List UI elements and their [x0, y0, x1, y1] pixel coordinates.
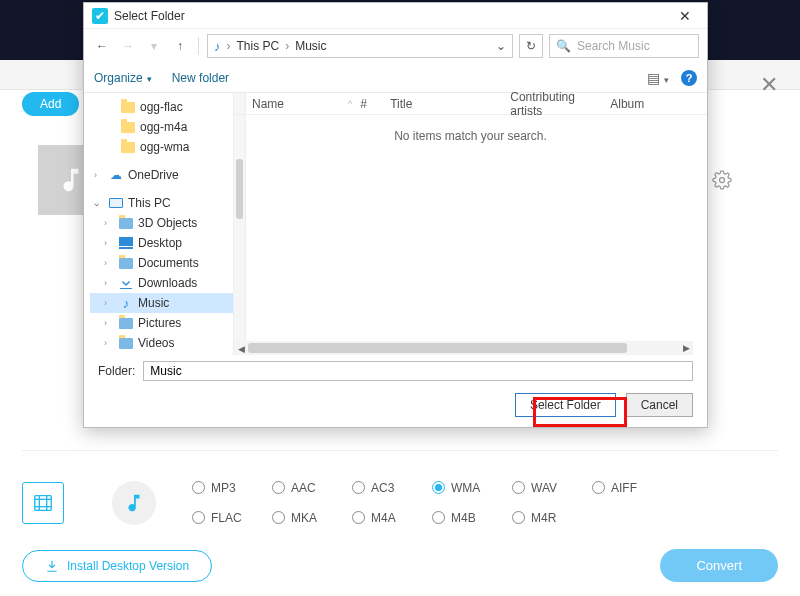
view-menu[interactable]: ▤ [647, 70, 669, 86]
desk-icon [118, 237, 134, 249]
radio-label: AC3 [371, 481, 394, 495]
nav-row: ← → ▾ ↑ ♪ › This PC › Music ⌄ ↻ 🔍 Search… [84, 29, 707, 63]
radio-label: MP3 [211, 481, 236, 495]
tree-item-3d-objects[interactable]: ›3D Objects [90, 213, 233, 233]
radio-icon [512, 481, 525, 494]
format-radio-mp3[interactable]: MP3 [192, 475, 272, 501]
column-headers[interactable]: Name ^ # Title Contributing artists Albu… [234, 93, 707, 115]
tree-item-documents[interactable]: ›Documents [90, 253, 233, 273]
format-radio-m4a[interactable]: M4A [352, 505, 432, 531]
cancel-button[interactable]: Cancel [626, 393, 693, 417]
breadcrumb-thispc[interactable]: This PC [237, 39, 280, 53]
radio-icon [432, 511, 445, 524]
music-note-icon [56, 165, 86, 195]
format-radio-m4b[interactable]: M4B [432, 505, 512, 531]
col-title[interactable]: Title [382, 97, 502, 111]
format-radio-wav[interactable]: WAV [512, 475, 592, 501]
forward-button[interactable]: → [118, 39, 138, 53]
dialog-close-button[interactable]: ✕ [671, 6, 699, 26]
format-radio-aiff[interactable]: AIFF [592, 475, 672, 501]
dialog-titlebar: ✔ Select Folder ✕ [84, 3, 707, 29]
pic-icon [118, 318, 134, 329]
convert-button[interactable]: Convert [660, 549, 778, 582]
format-radio-flac[interactable]: FLAC [192, 505, 272, 531]
empty-message: No items match your search. [234, 129, 707, 143]
folder-tree[interactable]: ogg-flac ogg-m4a ogg-wma ›☁OneDrive ⌵Thi… [84, 93, 234, 355]
tree-item-videos[interactable]: ›Videos [90, 333, 233, 353]
cube-icon [118, 218, 134, 229]
tree-thispc[interactable]: ⌵This PC [90, 193, 233, 213]
scrollbar-thumb[interactable] [248, 343, 627, 353]
radio-icon [432, 481, 445, 494]
radio-label: AAC [291, 481, 316, 495]
col-contrib[interactable]: Contributing artists [502, 90, 602, 118]
tree-item-pictures[interactable]: ›Pictures [90, 313, 233, 333]
svg-rect-6 [119, 237, 133, 246]
radio-icon [352, 481, 365, 494]
refresh-button[interactable]: ↻ [519, 34, 543, 58]
select-folder-button[interactable]: Select Folder [515, 393, 616, 417]
radio-label: FLAC [211, 511, 242, 525]
col-num[interactable]: # [352, 97, 382, 111]
install-label: Install Desktop Version [67, 559, 189, 573]
vid-icon [118, 338, 134, 349]
audio-format-icon[interactable] [112, 481, 156, 525]
radio-label: M4R [531, 511, 556, 525]
svg-rect-7 [119, 247, 133, 249]
svg-rect-1 [35, 495, 52, 510]
tree-item-desktop[interactable]: ›Desktop [90, 233, 233, 253]
tree-item-local-disk-c-[interactable]: ›Local Disk (C:) [90, 353, 233, 355]
folder-input[interactable] [143, 361, 693, 381]
col-name[interactable]: Name [244, 97, 354, 111]
organize-menu[interactable]: Organize [94, 71, 152, 85]
tree-item[interactable]: ogg-flac [90, 97, 233, 117]
format-radio-aac[interactable]: AAC [272, 475, 352, 501]
radio-icon [592, 481, 605, 494]
format-radio-m4r[interactable]: M4R [512, 505, 592, 531]
dialog-body: ogg-flac ogg-m4a ogg-wma ›☁OneDrive ⌵Thi… [84, 93, 707, 355]
format-radio-mka[interactable]: MKA [272, 505, 352, 531]
radio-label: AIFF [611, 481, 637, 495]
tree-onedrive[interactable]: ›☁OneDrive [90, 165, 233, 185]
new-folder-button[interactable]: New folder [172, 71, 229, 85]
help-button[interactable]: ? [681, 70, 697, 86]
settings-icon[interactable] [712, 170, 732, 194]
address-bar[interactable]: ♪ › This PC › Music ⌄ [207, 34, 513, 58]
add-button[interactable]: Add [22, 92, 79, 116]
dialog-title: Select Folder [114, 9, 185, 23]
back-button[interactable]: ← [92, 39, 112, 53]
recent-dropdown[interactable]: ▾ [144, 39, 164, 53]
select-folder-dialog: ✔ Select Folder ✕ ← → ▾ ↑ ♪ › This PC › … [83, 2, 708, 428]
scroll-right-button[interactable]: ▶ [679, 341, 693, 355]
horizontal-scrollbar[interactable]: ◀ ▶ [234, 341, 693, 355]
file-list: Name ^ # Title Contributing artists Albu… [234, 93, 707, 355]
app-icon: ✔ [92, 8, 108, 24]
search-placeholder: Search Music [577, 39, 650, 53]
folder-label: Folder: [98, 364, 135, 378]
video-format-icon[interactable] [22, 482, 64, 524]
scroll-left-button[interactable]: ◀ [234, 342, 248, 356]
radio-label: MKA [291, 511, 317, 525]
tree-item[interactable]: ogg-wma [90, 137, 233, 157]
format-panel: MP3AACAC3WMAWAVAIFFFLACMKAM4AM4BM4R [22, 450, 778, 540]
tree-item-music[interactable]: ›♪Music [90, 293, 233, 313]
tree-item[interactable]: ogg-m4a [90, 117, 233, 137]
chevron-down-icon[interactable]: ⌄ [496, 39, 506, 53]
dl-icon [118, 277, 134, 289]
format-radio-wma[interactable]: WMA [432, 475, 512, 501]
tree-item-downloads[interactable]: ›Downloads [90, 273, 233, 293]
install-button[interactable]: Install Desktop Version [22, 550, 212, 582]
search-input[interactable]: 🔍 Search Music [549, 34, 699, 58]
breadcrumb-music[interactable]: Music [295, 39, 326, 53]
radio-label: M4A [371, 511, 396, 525]
up-button[interactable]: ↑ [170, 39, 190, 53]
format-radio-ac3[interactable]: AC3 [352, 475, 432, 501]
dialog-buttons: Select Folder Cancel [84, 387, 707, 427]
radio-icon [192, 511, 205, 524]
search-icon: 🔍 [556, 39, 571, 53]
close-icon[interactable]: ✕ [760, 72, 778, 98]
col-album[interactable]: Album [602, 97, 652, 111]
footer: Install Desktop Version Convert [22, 549, 778, 582]
svg-point-0 [720, 178, 725, 183]
radio-icon [272, 481, 285, 494]
